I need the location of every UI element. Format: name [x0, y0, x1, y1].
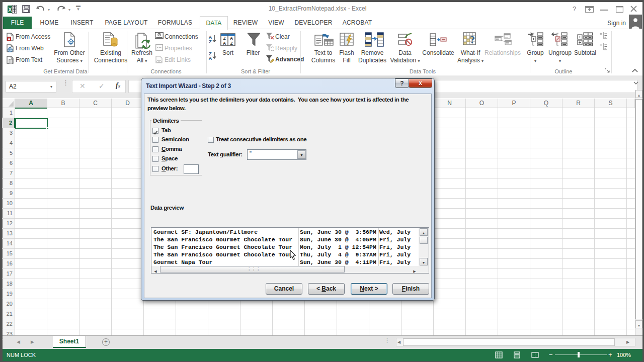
- svg-text:A: A: [8, 37, 10, 41]
- svg-text:A: A: [209, 56, 212, 60]
- svg-text:?: ?: [470, 34, 475, 45]
- svg-text:A: A: [230, 36, 233, 41]
- svg-text:Z: Z: [223, 36, 225, 41]
- svg-text:Z: Z: [209, 39, 212, 44]
- svg-text:A: A: [223, 41, 226, 46]
- svg-text:Z: Z: [230, 41, 232, 46]
